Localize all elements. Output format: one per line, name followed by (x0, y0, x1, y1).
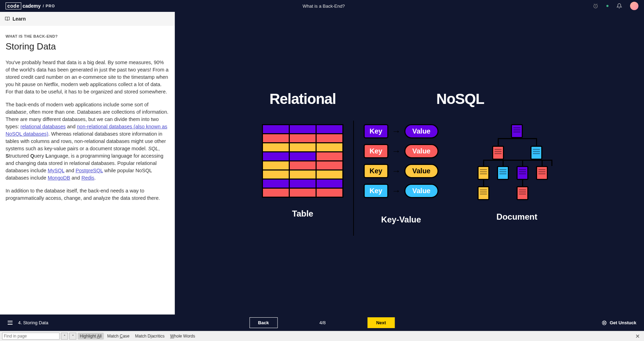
link-postgresql[interactable]: PostgreSQL (76, 168, 103, 173)
key-box: Key (364, 124, 388, 138)
kv-pair: Key → Value (364, 184, 439, 198)
link-redis[interactable]: Redis (82, 175, 94, 181)
key-box: Key (364, 164, 388, 178)
find-prev-button[interactable]: ˄ (61, 333, 68, 340)
value-box: Value (404, 124, 439, 138)
bottom-nav: 4. Storing Data Back 4/8 Next Get Unstuc… (0, 315, 644, 331)
lifebuoy-icon (602, 320, 607, 325)
arrow-icon: → (392, 185, 401, 196)
relational-heading: Relational (270, 91, 336, 107)
progress-indicator: 4/8 (319, 320, 326, 325)
paragraph-3: In addition to the database itself, the … (6, 187, 169, 202)
next-button[interactable]: Next (367, 317, 395, 328)
nav-center: Back 4/8 Next (249, 317, 395, 328)
bell-icon[interactable] (616, 3, 622, 9)
status-dot-icon[interactable] (606, 5, 608, 7)
nav-left: 4. Storing Data (8, 320, 48, 325)
learn-bar[interactable]: Learn (0, 12, 174, 26)
match-case-toggle[interactable]: Match Case (105, 333, 132, 340)
paragraph-2: The back-ends of modern web applications… (6, 101, 169, 182)
header-icons (592, 2, 638, 10)
logo[interactable]: codecademy / PRO (6, 2, 55, 9)
link-relational-db[interactable]: relational databases (21, 124, 66, 129)
link-mongodb[interactable]: MongoDB (48, 175, 70, 181)
kv-pair: Key → Value (364, 124, 439, 138)
match-diacritics-toggle[interactable]: Match Diacritics (133, 333, 167, 340)
value-box: Value (404, 164, 439, 178)
top-header: codecademy / PRO What is a Back-End? (0, 0, 644, 12)
kv-pairs: Key → Value Key → Value Key (364, 124, 439, 198)
page-title: Storing Data (6, 41, 169, 52)
timer-icon[interactable] (592, 3, 599, 9)
lesson-content: WHAT IS THE BACK-END? Storing Data You'v… (0, 26, 174, 315)
table-label: Table (292, 209, 313, 219)
get-unstuck-button[interactable]: Get Unstuck (602, 320, 636, 325)
highlight-all-toggle[interactable]: Highlight All (78, 333, 104, 340)
relational-column: Relational Table (262, 91, 343, 219)
arrow-icon: → (392, 126, 401, 137)
main-container: Learn WHAT IS THE BACK-END? Storing Data… (0, 12, 644, 315)
find-input[interactable] (2, 333, 60, 340)
value-box: Value (404, 144, 439, 158)
vertical-divider (353, 121, 354, 236)
avatar[interactable] (630, 2, 638, 10)
find-next-button[interactable]: ˅ (69, 333, 76, 340)
table-graphic (262, 124, 343, 198)
whole-words-toggle[interactable]: Whole Words (168, 333, 197, 340)
lesson-eyebrow: WHAT IS THE BACK-END? (6, 34, 169, 38)
header-title: What is a Back-End? (303, 3, 345, 9)
hamburger-icon[interactable] (8, 321, 13, 325)
kv-pair: Key → Value (364, 144, 439, 158)
close-icon[interactable]: ✕ (633, 333, 642, 340)
nosql-column: NoSQL Key → Value Key → (364, 91, 557, 225)
find-bar: ˄ ˅ Highlight All Match Case Match Diacr… (0, 331, 644, 341)
learn-label: Learn (13, 16, 26, 22)
keyvalue-label: Key-Value (381, 215, 421, 225)
diagram-panel: Relational Table NoSQL (175, 12, 644, 315)
paragraph-1: You've probably heard that data is a big… (6, 59, 169, 96)
get-unstuck-label: Get Unstuck (610, 320, 636, 325)
key-box: Key (364, 184, 388, 198)
lesson-label: 4. Storing Data (18, 320, 48, 325)
link-mysql[interactable]: MySQL (48, 168, 64, 173)
document-label: Document (496, 212, 537, 222)
arrow-icon: → (392, 146, 401, 157)
nosql-row: Key → Value Key → Value Key (364, 124, 557, 225)
value-box: Value (404, 184, 439, 198)
svg-point-2 (604, 322, 605, 324)
document-column: Document (477, 124, 557, 225)
document-tree-graphic (477, 124, 557, 208)
book-icon (5, 16, 10, 21)
keyvalue-column: Key → Value Key → Value Key (364, 124, 439, 225)
db-diagram: Relational Table NoSQL (262, 91, 557, 236)
kv-pair: Key → Value (364, 164, 439, 178)
left-panel: Learn WHAT IS THE BACK-END? Storing Data… (0, 12, 175, 315)
back-button[interactable]: Back (249, 317, 278, 328)
logo-box: code (6, 2, 21, 9)
arrow-icon: → (392, 166, 401, 176)
nosql-heading: NoSQL (436, 91, 484, 107)
key-box: Key (364, 144, 388, 158)
logo-pro: / PRO (43, 4, 55, 8)
logo-text: cademy (23, 3, 41, 9)
